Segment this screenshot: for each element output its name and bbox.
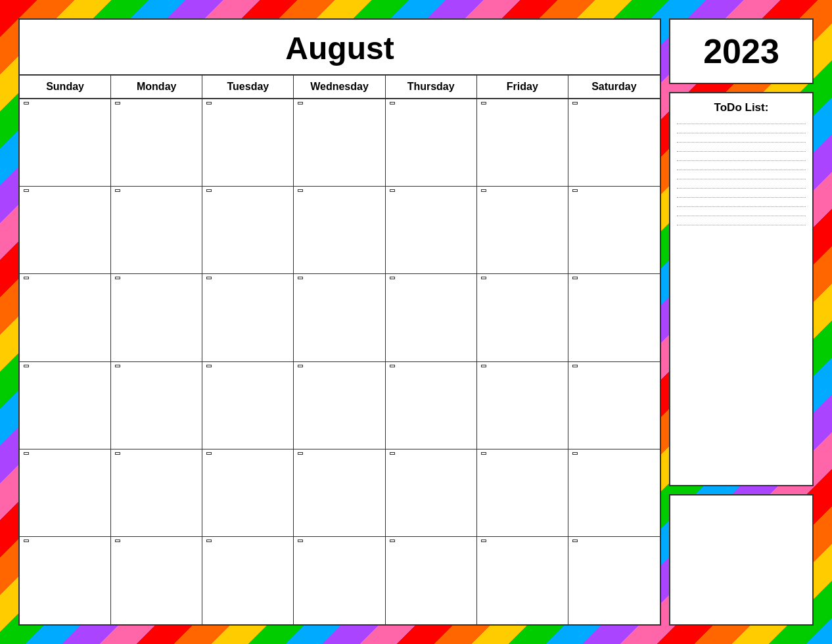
todo-line-2 bbox=[677, 133, 806, 133]
calendar-cell[interactable] bbox=[294, 537, 385, 624]
calendar-cell[interactable] bbox=[111, 537, 202, 624]
cell-date bbox=[24, 277, 29, 279]
todo-line-5 bbox=[677, 160, 806, 161]
year-box: 2023 bbox=[669, 18, 814, 84]
calendar-section: August Sunday Monday Tuesday Wednesday T… bbox=[18, 18, 661, 626]
cell-date bbox=[572, 277, 578, 279]
calendar-cell[interactable] bbox=[202, 537, 294, 624]
calendar-cell[interactable] bbox=[111, 274, 202, 361]
calendar-cell[interactable] bbox=[477, 274, 568, 361]
cell-date bbox=[24, 365, 29, 367]
calendar-cell[interactable] bbox=[20, 187, 111, 274]
cell-date bbox=[206, 540, 212, 542]
day-header-monday: Monday bbox=[111, 76, 202, 98]
cell-date bbox=[115, 540, 120, 542]
calendar-cell[interactable] bbox=[202, 274, 294, 361]
cell-date bbox=[298, 277, 303, 279]
calendar-cell[interactable] bbox=[294, 449, 385, 537]
todo-box: ToDo List: bbox=[669, 92, 814, 486]
todo-line-10 bbox=[677, 206, 806, 207]
day-header-friday: Friday bbox=[477, 76, 568, 98]
calendar-cell[interactable] bbox=[294, 187, 385, 274]
day-header-thursday: Thursday bbox=[386, 76, 477, 98]
todo-line-7 bbox=[677, 179, 806, 179]
day-header-sunday: Sunday bbox=[20, 76, 111, 98]
cell-date bbox=[24, 452, 29, 455]
cell-date bbox=[298, 189, 303, 192]
cell-date bbox=[206, 452, 212, 455]
cell-date bbox=[298, 452, 303, 455]
todo-line-9 bbox=[677, 197, 806, 198]
cell-date bbox=[115, 189, 120, 192]
calendar-cell[interactable] bbox=[20, 537, 111, 624]
cell-date bbox=[206, 277, 212, 279]
cell-date bbox=[24, 102, 29, 104]
day-header-saturday: Saturday bbox=[568, 76, 660, 98]
calendar-cell[interactable] bbox=[477, 449, 568, 537]
cell-date bbox=[390, 540, 395, 542]
calendar-grid bbox=[20, 99, 660, 624]
calendar-cell[interactable] bbox=[20, 274, 111, 361]
cell-date bbox=[572, 189, 578, 192]
cell-date bbox=[572, 365, 578, 367]
todo-line-1 bbox=[677, 124, 806, 124]
calendar-cell[interactable] bbox=[202, 362, 294, 449]
todo-line-6 bbox=[677, 170, 806, 170]
calendar-cell[interactable] bbox=[568, 99, 660, 187]
todo-line-12 bbox=[677, 225, 806, 225]
cell-date bbox=[24, 540, 29, 542]
day-header-tuesday: Tuesday bbox=[202, 76, 294, 98]
calendar-cell[interactable] bbox=[202, 449, 294, 537]
calendar-cell[interactable] bbox=[386, 537, 477, 624]
right-section: 2023 ToDo List: bbox=[669, 18, 814, 626]
calendar-cell[interactable] bbox=[386, 362, 477, 449]
cell-date bbox=[481, 189, 486, 192]
calendar-cell[interactable] bbox=[386, 274, 477, 361]
calendar-cell[interactable] bbox=[386, 99, 477, 187]
calendar-cell[interactable] bbox=[477, 362, 568, 449]
cell-date bbox=[206, 365, 212, 367]
cell-date bbox=[390, 102, 395, 104]
calendar-cell[interactable] bbox=[386, 449, 477, 537]
day-header-wednesday: Wednesday bbox=[294, 76, 385, 98]
calendar-cell[interactable] bbox=[568, 274, 660, 361]
calendar-cell[interactable] bbox=[111, 449, 202, 537]
calendar-cell[interactable] bbox=[568, 537, 660, 624]
cell-date bbox=[24, 189, 29, 192]
cell-date bbox=[390, 452, 395, 455]
calendar-title: August bbox=[20, 20, 660, 76]
calendar-cell[interactable] bbox=[202, 99, 294, 187]
calendar-cell[interactable] bbox=[111, 187, 202, 274]
calendar-cell[interactable] bbox=[20, 449, 111, 537]
cell-date bbox=[572, 102, 578, 104]
cell-date bbox=[481, 452, 486, 455]
calendar-cell[interactable] bbox=[111, 99, 202, 187]
calendar-cell[interactable] bbox=[202, 187, 294, 274]
calendar-cell[interactable] bbox=[20, 362, 111, 449]
cell-date bbox=[572, 452, 578, 455]
calendar-cell[interactable] bbox=[568, 449, 660, 537]
calendar-cell[interactable] bbox=[477, 537, 568, 624]
cell-date bbox=[481, 277, 486, 279]
calendar-cell[interactable] bbox=[568, 362, 660, 449]
todo-line-11 bbox=[677, 216, 806, 216]
calendar-cell[interactable] bbox=[294, 362, 385, 449]
cell-date bbox=[481, 540, 486, 542]
cell-date bbox=[481, 365, 486, 367]
calendar-cell[interactable] bbox=[568, 187, 660, 274]
cell-date bbox=[481, 102, 486, 104]
cell-date bbox=[390, 277, 395, 279]
main-content: August Sunday Monday Tuesday Wednesday T… bbox=[18, 18, 814, 626]
calendar-cell[interactable] bbox=[294, 274, 385, 361]
year-text: 2023 bbox=[703, 32, 779, 71]
rainbow-background: August Sunday Monday Tuesday Wednesday T… bbox=[0, 0, 832, 644]
calendar-cell[interactable] bbox=[294, 99, 385, 187]
calendar-cell[interactable] bbox=[111, 362, 202, 449]
cell-date bbox=[390, 365, 395, 367]
notes-box[interactable] bbox=[669, 494, 814, 626]
cell-date bbox=[206, 189, 212, 192]
calendar-cell[interactable] bbox=[386, 187, 477, 274]
calendar-cell[interactable] bbox=[477, 99, 568, 187]
calendar-cell[interactable] bbox=[20, 99, 111, 187]
calendar-cell[interactable] bbox=[477, 187, 568, 274]
